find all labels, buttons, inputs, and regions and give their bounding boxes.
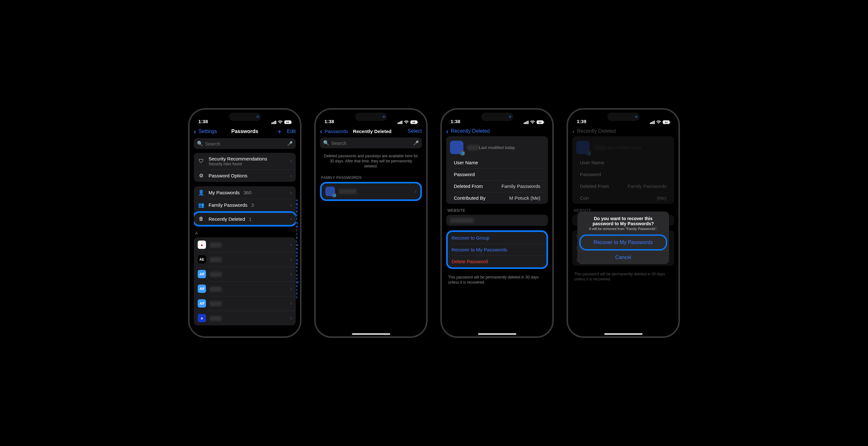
search-input[interactable] — [205, 141, 285, 146]
screenshot-deleted-detail: 1:38 63 ‹ Recently Deleted 👥 ████Last mo… — [440, 108, 554, 338]
page-title: Passwords — [231, 129, 258, 134]
recover-to-group-button[interactable]: Recover to Group — [448, 232, 547, 244]
delete-password-button[interactable]: Delete Password — [448, 255, 547, 267]
dynamic-island — [608, 113, 639, 121]
toggles-icon: ⚙ — [198, 173, 205, 179]
cancel-button[interactable]: Cancel — [578, 250, 669, 264]
dynamic-island — [229, 113, 261, 121]
alpha-index[interactable]: ABCDEFGHIJKLMNOPQRSTUVWXYZ# — [296, 199, 299, 300]
chevron-right-icon: › — [290, 173, 292, 179]
row-label: Password Options — [209, 173, 248, 178]
nav-bar: ‹ Settings Passwords ＋ Edit — [189, 125, 300, 137]
dialog-subtitle: It will be removed from "Family Password… — [578, 227, 669, 235]
battery-icon: 63 — [284, 120, 291, 124]
mic-icon[interactable]: 🎤 — [413, 140, 419, 145]
chevron-right-icon: › — [415, 188, 416, 194]
back-chevron-icon[interactable]: ‹ — [446, 128, 448, 134]
person-icon: 👤 — [198, 190, 205, 196]
security-recommendations-row[interactable]: 🛡 Security Recommendations Security risk… — [194, 153, 296, 169]
cellular-icon — [398, 121, 402, 124]
recently-deleted-row[interactable]: 🗑 Recently Deleted 1 › — [194, 211, 296, 227]
back-button[interactable]: Settings — [199, 129, 217, 134]
list-item[interactable]: Aff████› — [194, 267, 296, 281]
select-button[interactable]: Select — [408, 128, 422, 134]
username-row[interactable]: User Name — [450, 157, 544, 168]
list-item[interactable]: AE████› — [194, 252, 296, 267]
family-passwords-row[interactable]: 👥 Family Passwords 3 › — [194, 199, 296, 211]
back-button[interactable]: Passwords — [325, 129, 348, 134]
list-item[interactable]: Aff████› — [194, 296, 296, 311]
info-text: Deleted passwords and passkeys are avail… — [315, 152, 426, 172]
wifi-icon — [656, 121, 661, 124]
people-icon: 👥 — [198, 202, 205, 208]
add-button[interactable]: ＋ — [276, 128, 283, 135]
wifi-icon — [530, 121, 535, 124]
entry-header: 👥 ████Last modified today — [450, 139, 544, 157]
nav-bar: ‹ Recently Deleted — [442, 125, 553, 136]
screenshot-recently-deleted-list: 1:38 63 ‹ Passwords Recently Deleted Sel… — [314, 108, 428, 338]
deleted-entry-row[interactable]: 👥 ██████ › — [321, 183, 420, 199]
row-label: Recently Deleted — [209, 216, 245, 222]
site-icon: 👥 — [450, 141, 463, 154]
shared-badge-icon: 👥 — [332, 193, 336, 198]
list-item[interactable]: a████› — [194, 311, 296, 325]
dynamic-island — [481, 113, 513, 121]
recover-dialog: Do you want to recover this password to … — [578, 211, 669, 264]
chevron-right-icon: › — [290, 158, 292, 164]
status-time: 1:38 — [451, 119, 460, 124]
list-item[interactable]: Aff████› — [194, 281, 296, 296]
back-button: Recently Deleted — [577, 128, 616, 134]
section-header: FAMILY PASSWORDS — [321, 175, 421, 180]
chevron-right-icon: › — [290, 216, 292, 222]
last-modified: Last modified today — [479, 145, 515, 150]
recover-to-my-passwords-button[interactable]: Recover to My Passwords — [579, 235, 667, 250]
row-count: 360 — [244, 190, 252, 195]
password-options-row[interactable]: ⚙ Password Options › — [194, 169, 296, 182]
section-header-website: WEBSITE — [447, 208, 547, 213]
page-title: Recently Deleted — [353, 129, 392, 134]
website-row[interactable]: ████████ — [446, 215, 548, 226]
back-chevron-icon[interactable]: ‹ — [320, 128, 322, 134]
wifi-icon — [404, 121, 409, 124]
home-indicator[interactable] — [352, 333, 390, 335]
status-time: 1:39 — [577, 119, 586, 124]
site-icon: 👥 — [326, 186, 335, 196]
battery-icon: 63 — [536, 120, 544, 124]
row-sublabel: Security risks found — [209, 162, 267, 166]
shield-icon: 🛡 — [198, 158, 205, 164]
status-time: 1:38 — [198, 119, 208, 124]
status-time: 1:38 — [324, 119, 334, 124]
battery-icon: 63 — [410, 120, 417, 124]
cellular-icon — [524, 121, 529, 124]
search-field[interactable]: 🔍 🎤 — [320, 137, 422, 148]
mic-icon[interactable]: 🎤 — [287, 141, 292, 146]
row-label: Security Recommendations — [209, 156, 267, 162]
dynamic-island — [355, 113, 387, 121]
screenshot-recover-dialog: 1:39 63 ‹ Recently Deleted 👥 ████Last mo… — [566, 108, 680, 338]
footer-text: This password will be permanently delete… — [446, 273, 548, 286]
home-indicator[interactable] — [604, 333, 643, 335]
cellular-icon — [272, 121, 276, 124]
cellular-icon — [650, 121, 655, 124]
search-icon: 🔍 — [323, 140, 329, 146]
screenshot-passwords-list: 1:38 63 ‹ Settings Passwords ＋ Edit 🔍 🎤 … — [188, 108, 302, 338]
chevron-right-icon: › — [290, 190, 292, 196]
search-input[interactable] — [331, 140, 411, 146]
back-chevron-icon[interactable]: ‹ — [194, 128, 196, 135]
row-count: 1 — [249, 216, 251, 222]
back-button[interactable]: Recently Deleted — [451, 128, 490, 134]
battery-icon: 63 — [663, 120, 670, 124]
password-row[interactable]: Password — [450, 168, 544, 180]
search-field[interactable]: 🔍 🎤 — [194, 138, 296, 149]
trash-icon: 🗑 — [198, 216, 205, 222]
row-count: 3 — [251, 202, 254, 208]
contributed-by-row: Contributed ByM Potuck (Me) — [450, 192, 544, 204]
row-label: My Passwords — [209, 190, 240, 195]
my-passwords-row[interactable]: 👤 My Passwords 360 › — [194, 186, 296, 199]
deleted-from-row: Deleted FromFamily Passwords — [450, 180, 544, 192]
edit-button[interactable]: Edit — [287, 129, 296, 134]
home-indicator[interactable] — [478, 333, 517, 335]
list-item[interactable]: ▲████› — [194, 237, 296, 252]
row-label: Family Passwords — [209, 202, 248, 208]
recover-to-my-passwords-button[interactable]: Recover to My Passwords — [448, 244, 547, 255]
